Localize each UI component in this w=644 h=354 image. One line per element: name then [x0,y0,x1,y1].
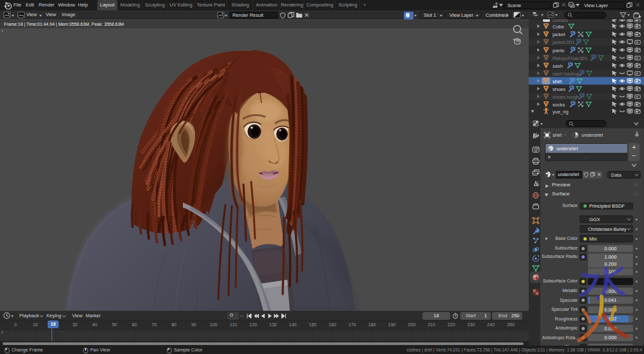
svg-text:pants: pants [553,48,565,54]
svg-text:sash: sash [553,63,563,69]
svg-text:yue_rig: yue_rig [553,109,569,115]
svg-text:sash backup: sash backup [553,71,580,77]
svg-text:shoes rough: shoes rough [553,94,579,100]
svg-text:shirt: shirt [553,79,562,84]
svg-text:Cube: Cube [553,24,564,30]
svg-text:RetopoFlow.001: RetopoFlow.001 [553,55,587,61]
svg-text:socks: socks [553,102,565,108]
svg-text:jacket.001: jacket.001 [552,39,574,45]
svg-text:jacket: jacket [552,32,566,37]
svg-text:shoes: shoes [553,86,565,92]
